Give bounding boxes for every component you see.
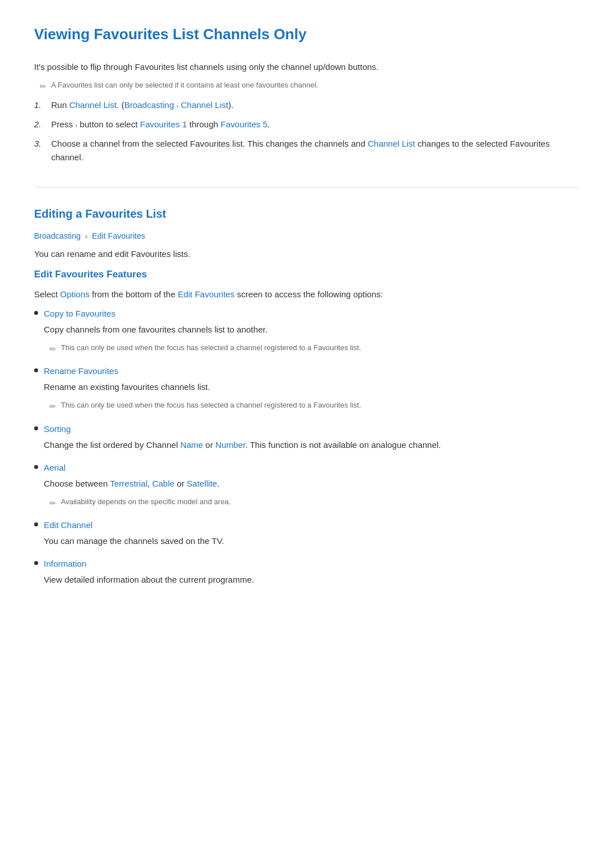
pencil-icon-copy: ✏: [49, 343, 56, 355]
broadcasting-link-1[interactable]: Broadcasting: [124, 100, 174, 110]
rename-body: Rename an existing favourites channels l…: [44, 380, 580, 413]
list-item-information: Information View detailed information ab…: [34, 557, 580, 587]
edit-favourites-link[interactable]: Edit Favourites: [178, 289, 235, 299]
pencil-icon-aerial: ✏: [49, 497, 56, 509]
sorting-header: Sorting: [34, 422, 580, 436]
step2-content: Press › button to select Favourites 1 th…: [51, 118, 270, 131]
favourites5-link[interactable]: Favourites 5: [221, 119, 268, 129]
options-link[interactable]: Options: [60, 289, 90, 299]
edit-features-list: Copy to Favourites Copy channels from on…: [34, 307, 580, 587]
pencil-icon: ✏: [40, 80, 47, 93]
step-1: 1. Run Channel List. (Broadcasting › Cha…: [34, 98, 580, 112]
chevron-icon-2: ›: [76, 121, 78, 131]
copy-note-text: This can only be used when the focus has…: [61, 342, 361, 354]
step1-num: 1.: [34, 98, 44, 112]
information-desc: View detailed information about the curr…: [44, 573, 580, 587]
channel-list-link-1[interactable]: Channel List: [69, 100, 117, 110]
rename-title: Rename Favourites: [44, 364, 118, 378]
aerial-note: ✏ Availability depends on the specific m…: [49, 496, 580, 509]
channel-list-link-2[interactable]: Channel List: [181, 100, 228, 110]
step-3: 3. Choose a channel from the selected Fa…: [34, 137, 580, 164]
chevron-icon-1: ›: [176, 101, 179, 111]
list-item-copy: Copy to Favourites Copy channels from on…: [34, 307, 580, 355]
section1-note-text: A Favourites list can only be selected i…: [51, 80, 318, 92]
aerial-body: Choose between Terrestrial, Cable or Sat…: [44, 477, 580, 509]
favourites1-link[interactable]: Favourites 1: [140, 119, 187, 129]
name-link[interactable]: Name: [180, 440, 203, 450]
section1-note: ✏ A Favourites list can only be selected…: [40, 80, 580, 93]
information-body: View detailed information about the curr…: [44, 573, 580, 587]
step2-num: 2.: [34, 118, 44, 131]
rename-note-text: This can only be used when the focus has…: [61, 400, 361, 412]
breadcrumb-broadcasting[interactable]: Broadcasting: [34, 231, 81, 240]
breadcrumb-edit-favourites[interactable]: Edit Favourites: [92, 231, 145, 240]
bullet-dot-rename: [34, 368, 38, 372]
edit-channel-body: You can manage the channels saved on the…: [44, 534, 580, 548]
list-item-aerial: Aerial Choose between Terrestrial, Cable…: [34, 461, 580, 509]
aerial-note-text: Availability depends on the specific mod…: [61, 496, 231, 508]
edit-channel-title: Edit Channel: [44, 518, 93, 532]
bullet-dot-copy: [34, 311, 38, 315]
section2-heading: Editing a Favourites List: [34, 205, 580, 223]
bullet-dot-information: [34, 561, 38, 565]
cable-link[interactable]: Cable: [152, 479, 175, 488]
section-editing-favourites: Editing a Favourites List Broadcasting ›…: [34, 205, 580, 587]
rename-header: Rename Favourites: [34, 364, 580, 378]
information-header: Information: [34, 557, 580, 571]
section1-intro: It's possible to flip through Favourites…: [34, 60, 580, 74]
section-divider: [34, 187, 580, 188]
step1-content: Run Channel List. (Broadcasting › Channe…: [51, 98, 234, 112]
bullet-dot-edit-channel: [34, 522, 38, 526]
aerial-desc: Choose between Terrestrial, Cable or Sat…: [44, 477, 580, 491]
copy-title: Copy to Favourites: [44, 307, 115, 321]
sorting-title: Sorting: [44, 422, 71, 436]
section-viewing-favourites: Viewing Favourites List Channels Only It…: [34, 23, 580, 164]
bullet-dot-sorting: [34, 426, 38, 430]
number-link[interactable]: Number: [215, 440, 246, 450]
information-title: Information: [44, 557, 86, 571]
list-item-rename: Rename Favourites Rename an existing fav…: [34, 364, 580, 413]
breadcrumb: Broadcasting › Edit Favourites: [34, 230, 580, 243]
copy-body: Copy channels from one favourites channe…: [44, 323, 580, 355]
sorting-desc: Change the list ordered by Channel Name …: [44, 438, 580, 452]
terrestrial-link[interactable]: Terrestrial: [110, 479, 147, 488]
aerial-title: Aerial: [44, 461, 65, 475]
edit-channel-header: Edit Channel: [34, 518, 580, 532]
pencil-icon-rename: ✏: [49, 400, 56, 413]
sorting-body: Change the list ordered by Channel Name …: [44, 438, 580, 452]
breadcrumb-chevron: ›: [85, 232, 88, 240]
section1-heading: Viewing Favourites List Channels Only: [34, 23, 580, 50]
section1-steps: 1. Run Channel List. (Broadcasting › Cha…: [34, 98, 580, 164]
copy-note: ✏ This can only be used when the focus h…: [49, 342, 580, 355]
bullet-dot-aerial: [34, 465, 38, 469]
step3-num: 3.: [34, 137, 44, 151]
copy-header: Copy to Favourites: [34, 307, 580, 321]
edit-features-intro: Select Options from the bottom of the Ed…: [34, 288, 580, 301]
step-2: 2. Press › button to select Favourites 1…: [34, 118, 580, 131]
edit-favourites-features-heading: Edit Favourites Features: [34, 267, 580, 282]
satellite-link[interactable]: Satellite: [187, 479, 217, 488]
step3-content: Choose a channel from the selected Favou…: [51, 137, 580, 164]
rename-desc: Rename an existing favourites channels l…: [44, 380, 580, 394]
aerial-header: Aerial: [34, 461, 580, 475]
rename-note: ✏ This can only be used when the focus h…: [49, 400, 580, 413]
channel-list-link-3[interactable]: Channel List: [368, 139, 415, 148]
section2-intro: You can rename and edit Favourites lists…: [34, 247, 580, 261]
copy-desc: Copy channels from one favourites channe…: [44, 323, 580, 337]
list-item-edit-channel: Edit Channel You can manage the channels…: [34, 518, 580, 548]
list-item-sorting: Sorting Change the list ordered by Chann…: [34, 422, 580, 452]
edit-channel-desc: You can manage the channels saved on the…: [44, 534, 580, 548]
